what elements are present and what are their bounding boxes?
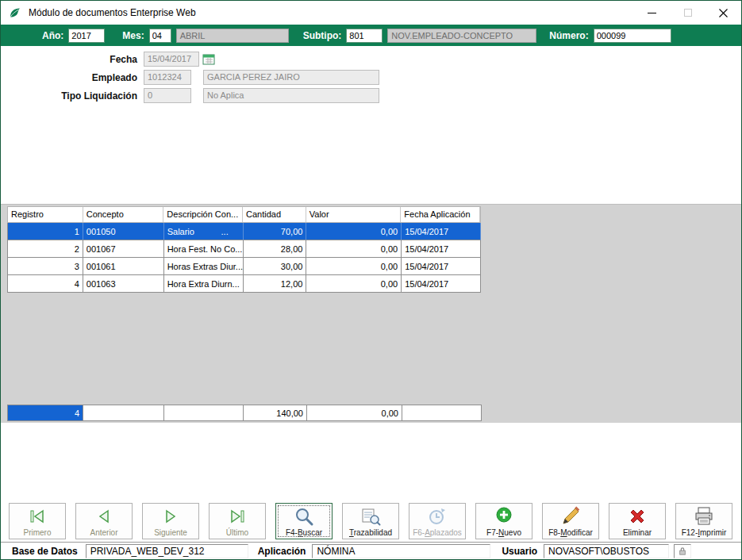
content-spacer — [1, 423, 741, 501]
empleado-row: Empleado 1012324 GARCIA PEREZ JAIRO — [1, 70, 741, 85]
summary-cantidad-total: 140,00 — [244, 405, 307, 421]
fecha-row: Fecha 15/04/2017 — [1, 52, 741, 67]
previous-record-icon — [94, 506, 113, 527]
records-grid: Registro Concepto Descripción Con... Can… — [7, 206, 481, 293]
document-header-bar: Año: Mes: ABRIL Subtipo: NOV.EMPLEADO-CO… — [1, 25, 741, 46]
search-icon — [294, 506, 314, 527]
subtype-input[interactable] — [346, 29, 383, 43]
cell-concepto: 001050 — [83, 223, 164, 240]
column-header-descripcion[interactable]: Descripción Con... — [163, 207, 243, 222]
trazabilidad-button[interactable]: Trazabilidad — [342, 503, 399, 539]
status-bar: Base de Datos PRIVADA_WEB_DEV_312 Aplica… — [1, 542, 741, 559]
empleado-code-field: 1012324 — [144, 70, 191, 85]
cell-descripcion: Hora Extra Diurn... — [164, 275, 244, 293]
buscar-button[interactable]: F4-Buscar — [275, 503, 333, 539]
button-label: F7-Nuevo — [486, 528, 521, 537]
printer-icon — [693, 506, 715, 527]
subtype-name-field: NOV.EMPLEADO-CONCEPTO — [387, 29, 536, 43]
button-label: F12-Imprimir — [682, 528, 727, 537]
cell-valor: 0,00 — [306, 258, 402, 275]
empleado-name-field: GARCIA PEREZ JAIRO — [203, 70, 379, 85]
column-header-fecha-aplicacion[interactable]: Fecha Aplicación — [401, 207, 480, 222]
app-window: Módulo de documentos Enterprise Web Año:… — [0, 0, 742, 560]
cell-registro: 2 — [8, 240, 83, 258]
cell-concepto: 001063 — [83, 275, 164, 293]
cell-fecha: 15/04/2017 — [402, 240, 481, 258]
column-header-concepto[interactable]: Concepto — [83, 207, 164, 222]
lock-icon — [679, 546, 686, 557]
button-label: Último — [226, 528, 248, 537]
last-record-icon — [228, 506, 247, 527]
cell-descripcion: Salario ... — [164, 223, 244, 240]
column-header-valor[interactable]: Valor — [306, 207, 402, 222]
summary-descripcion — [164, 405, 244, 421]
cell-valor: 0,00 — [306, 240, 402, 258]
table-row[interactable]: 3 001061 Horas Extras Diur... 30,00 0,00… — [7, 258, 481, 275]
primero-button[interactable]: Primero — [9, 503, 66, 539]
fecha-label: Fecha — [1, 54, 144, 65]
number-label: Número: — [549, 30, 588, 41]
db-value: PRIVADA_WEB_DEV_312 — [86, 544, 248, 558]
summary-concepto — [83, 405, 164, 421]
subtype-label: Subtipo: — [303, 30, 342, 41]
summary-count: 4 — [8, 405, 83, 421]
lock-panel — [674, 544, 691, 558]
user-value: NOVASOFT\OBUSTOS — [544, 544, 669, 558]
table-row[interactable]: 1 001050 Salario ... 70,00 0,00 15/04/20… — [7, 223, 481, 240]
bottom-toolbar: Primero Anterior Siguiente — [1, 501, 741, 542]
cell-concepto: 001067 — [83, 240, 164, 258]
cell-descripcion: Hora Fest. No Co... — [164, 240, 244, 258]
delete-x-icon — [627, 506, 648, 527]
eliminar-button[interactable]: Eliminar — [609, 503, 666, 539]
cell-fecha: 15/04/2017 — [402, 223, 481, 240]
grid-summary-row: 4 140,00 0,00 — [7, 405, 482, 421]
table-row[interactable]: 2 001067 Hora Fest. No Co... 28,00 0,00 … — [7, 240, 481, 258]
siguiente-button[interactable]: Siguiente — [142, 503, 199, 539]
minimize-button[interactable] — [634, 1, 670, 25]
month-name-field: ABRIL — [176, 29, 289, 43]
tipo-liquidacion-code-field: 0 — [144, 88, 191, 103]
close-icon — [719, 9, 728, 17]
nuevo-button[interactable]: F7-Nuevo — [475, 503, 532, 539]
button-label: Primero — [23, 528, 51, 537]
app-label: Aplicación — [258, 546, 306, 557]
cell-registro: 1 — [8, 223, 83, 240]
modificar-button[interactable]: F8-Modificar — [542, 503, 599, 539]
table-row[interactable]: 4 001063 Hora Extra Diurn... 12,00 0,00 … — [7, 275, 481, 293]
titlebar: Módulo de documentos Enterprise Web — [1, 1, 741, 25]
column-header-registro[interactable]: Registro — [8, 207, 83, 222]
cell-registro: 4 — [8, 275, 83, 293]
empleado-label: Empleado — [1, 72, 144, 83]
window-title: Módulo de documentos Enterprise Web — [29, 7, 196, 18]
aplazados-button: F6-Aplazados — [409, 503, 466, 539]
next-record-icon — [161, 506, 180, 527]
db-label: Base de Datos — [12, 546, 78, 557]
grid-header-row: Registro Concepto Descripción Con... Can… — [7, 206, 481, 223]
cell-valor: 0,00 — [306, 275, 402, 293]
year-input[interactable] — [68, 29, 105, 43]
calendar-button[interactable] — [202, 52, 217, 66]
calendar-icon — [202, 53, 215, 65]
maximize-icon — [684, 9, 692, 17]
button-label: F8-Modificar — [548, 528, 593, 537]
column-header-cantidad[interactable]: Cantidad — [243, 207, 306, 222]
minimize-icon — [648, 13, 656, 13]
app-value: NÓMINA — [312, 544, 490, 558]
imprimir-button[interactable]: F12-Imprimir — [675, 503, 732, 539]
ultimo-button[interactable]: Último — [209, 503, 266, 539]
number-input[interactable] — [594, 29, 671, 43]
cell-cantidad: 70,00 — [244, 223, 307, 240]
user-label: Usuario — [502, 546, 537, 557]
cell-fecha: 15/04/2017 — [402, 258, 481, 275]
cell-registro: 3 — [8, 258, 83, 275]
cell-fecha: 15/04/2017 — [402, 275, 481, 293]
app-logo-icon — [8, 6, 22, 20]
document-form: Fecha 15/04/2017 Empleado 1012324 GARCIA… — [1, 46, 741, 204]
close-button[interactable] — [705, 1, 741, 25]
cell-descripcion: Horas Extras Diur... — [164, 258, 244, 275]
button-label: Anterior — [90, 528, 117, 537]
month-input[interactable] — [149, 29, 171, 43]
anterior-button[interactable]: Anterior — [75, 503, 133, 539]
cell-valor: 0,00 — [306, 223, 402, 240]
tipo-liquidacion-row: Tipo Liquidación 0 No Aplica — [1, 88, 741, 103]
